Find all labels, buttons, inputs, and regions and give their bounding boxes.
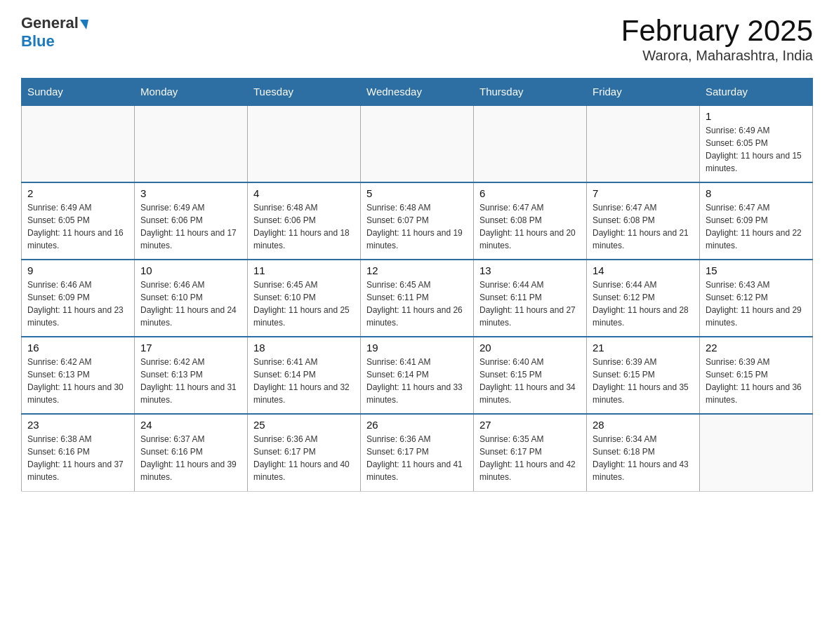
header-saturday: Saturday: [700, 79, 813, 106]
calendar-cell: 25Sunrise: 6:36 AMSunset: 6:17 PMDayligh…: [248, 414, 361, 491]
day-info: Sunrise: 6:48 AMSunset: 6:07 PMDaylight:…: [366, 201, 468, 252]
calendar-cell: 7Sunrise: 6:47 AMSunset: 6:08 PMDaylight…: [587, 182, 700, 260]
day-info: Sunrise: 6:47 AMSunset: 6:08 PMDaylight:…: [479, 201, 581, 252]
calendar-body: 1Sunrise: 6:49 AMSunset: 6:05 PMDaylight…: [22, 105, 813, 491]
day-info: Sunrise: 6:45 AMSunset: 6:11 PMDaylight:…: [366, 279, 468, 329]
calendar-cell: [22, 105, 135, 182]
day-number: 4: [253, 187, 355, 199]
day-number: 15: [706, 264, 807, 276]
day-info: Sunrise: 6:40 AMSunset: 6:15 PMDaylight:…: [479, 356, 581, 406]
calendar-cell: 4Sunrise: 6:48 AMSunset: 6:06 PMDaylight…: [248, 182, 361, 260]
logo-blue: Blue: [21, 32, 55, 51]
calendar-cell: 10Sunrise: 6:46 AMSunset: 6:10 PMDayligh…: [135, 260, 248, 337]
calendar-cell: 26Sunrise: 6:36 AMSunset: 6:17 PMDayligh…: [361, 414, 474, 491]
month-title: February 2025: [621, 14, 813, 48]
day-number: 11: [253, 264, 355, 276]
calendar-cell: 22Sunrise: 6:39 AMSunset: 6:15 PMDayligh…: [700, 337, 813, 414]
title-section: February 2025 Warora, Maharashtra, India: [621, 14, 813, 64]
calendar-week-row: 23Sunrise: 6:38 AMSunset: 6:16 PMDayligh…: [22, 414, 813, 491]
day-number: 16: [27, 342, 128, 354]
calendar-cell: 24Sunrise: 6:37 AMSunset: 6:16 PMDayligh…: [135, 414, 248, 491]
header-row: Sunday Monday Tuesday Wednesday Thursday…: [22, 79, 813, 106]
header-sunday: Sunday: [22, 79, 135, 106]
calendar-cell: 20Sunrise: 6:40 AMSunset: 6:15 PMDayligh…: [474, 337, 587, 414]
day-number: 3: [140, 187, 241, 199]
page-header: General Blue February 2025 Warora, Mahar…: [21, 14, 813, 64]
calendar-cell: [587, 105, 700, 182]
day-number: 1: [706, 110, 807, 122]
day-info: Sunrise: 6:46 AMSunset: 6:10 PMDaylight:…: [140, 279, 241, 329]
calendar-cell: 19Sunrise: 6:41 AMSunset: 6:14 PMDayligh…: [361, 337, 474, 414]
day-info: Sunrise: 6:43 AMSunset: 6:12 PMDaylight:…: [706, 279, 807, 329]
day-number: 28: [593, 419, 694, 431]
day-info: Sunrise: 6:41 AMSunset: 6:14 PMDaylight:…: [366, 356, 468, 406]
location: Warora, Maharashtra, India: [621, 48, 813, 64]
day-number: 14: [593, 264, 694, 276]
day-number: 20: [479, 342, 581, 354]
calendar-cell: [474, 105, 587, 182]
logo-arrow-icon: [80, 20, 88, 29]
day-number: 27: [479, 419, 581, 431]
day-info: Sunrise: 6:36 AMSunset: 6:17 PMDaylight:…: [366, 433, 468, 483]
day-number: 7: [593, 187, 694, 199]
day-number: 18: [253, 342, 355, 354]
day-number: 25: [253, 419, 355, 431]
calendar-week-row: 2Sunrise: 6:49 AMSunset: 6:05 PMDaylight…: [22, 182, 813, 260]
calendar-cell: 27Sunrise: 6:35 AMSunset: 6:17 PMDayligh…: [474, 414, 587, 491]
calendar-cell: 15Sunrise: 6:43 AMSunset: 6:12 PMDayligh…: [700, 260, 813, 337]
day-info: Sunrise: 6:36 AMSunset: 6:17 PMDaylight:…: [253, 433, 355, 483]
day-number: 17: [140, 342, 241, 354]
day-info: Sunrise: 6:49 AMSunset: 6:06 PMDaylight:…: [140, 201, 241, 252]
calendar-cell: 13Sunrise: 6:44 AMSunset: 6:11 PMDayligh…: [474, 260, 587, 337]
day-number: 23: [27, 419, 128, 431]
day-info: Sunrise: 6:49 AMSunset: 6:05 PMDaylight:…: [27, 201, 128, 252]
day-number: 2: [27, 187, 128, 199]
header-thursday: Thursday: [474, 79, 587, 106]
calendar-cell: [248, 105, 361, 182]
day-info: Sunrise: 6:47 AMSunset: 6:08 PMDaylight:…: [593, 201, 694, 252]
day-info: Sunrise: 6:45 AMSunset: 6:10 PMDaylight:…: [253, 279, 355, 329]
day-info: Sunrise: 6:39 AMSunset: 6:15 PMDaylight:…: [706, 356, 807, 406]
calendar-cell: 21Sunrise: 6:39 AMSunset: 6:15 PMDayligh…: [587, 337, 700, 414]
calendar-cell: 28Sunrise: 6:34 AMSunset: 6:18 PMDayligh…: [587, 414, 700, 491]
calendar-week-row: 9Sunrise: 6:46 AMSunset: 6:09 PMDaylight…: [22, 260, 813, 337]
logo-general: General: [21, 14, 79, 32]
calendar-week-row: 16Sunrise: 6:42 AMSunset: 6:13 PMDayligh…: [22, 337, 813, 414]
day-info: Sunrise: 6:46 AMSunset: 6:09 PMDaylight:…: [27, 279, 128, 329]
day-info: Sunrise: 6:35 AMSunset: 6:17 PMDaylight:…: [479, 433, 581, 483]
calendar-cell: 14Sunrise: 6:44 AMSunset: 6:12 PMDayligh…: [587, 260, 700, 337]
calendar-cell: [700, 414, 813, 491]
day-info: Sunrise: 6:38 AMSunset: 6:16 PMDaylight:…: [27, 433, 128, 483]
calendar-cell: 2Sunrise: 6:49 AMSunset: 6:05 PMDaylight…: [22, 182, 135, 260]
day-info: Sunrise: 6:34 AMSunset: 6:18 PMDaylight:…: [593, 433, 694, 483]
logo: General Blue: [21, 14, 88, 51]
day-number: 9: [27, 264, 128, 276]
calendar-cell: 11Sunrise: 6:45 AMSunset: 6:10 PMDayligh…: [248, 260, 361, 337]
day-number: 5: [366, 187, 468, 199]
calendar-cell: 8Sunrise: 6:47 AMSunset: 6:09 PMDaylight…: [700, 182, 813, 260]
day-info: Sunrise: 6:44 AMSunset: 6:11 PMDaylight:…: [479, 279, 581, 329]
day-info: Sunrise: 6:42 AMSunset: 6:13 PMDaylight:…: [140, 356, 241, 406]
calendar-cell: 5Sunrise: 6:48 AMSunset: 6:07 PMDaylight…: [361, 182, 474, 260]
calendar-cell: 17Sunrise: 6:42 AMSunset: 6:13 PMDayligh…: [135, 337, 248, 414]
header-tuesday: Tuesday: [248, 79, 361, 106]
calendar-cell: 3Sunrise: 6:49 AMSunset: 6:06 PMDaylight…: [135, 182, 248, 260]
calendar-cell: 6Sunrise: 6:47 AMSunset: 6:08 PMDaylight…: [474, 182, 587, 260]
day-number: 13: [479, 264, 581, 276]
day-info: Sunrise: 6:49 AMSunset: 6:05 PMDaylight:…: [706, 124, 807, 175]
calendar-cell: 9Sunrise: 6:46 AMSunset: 6:09 PMDaylight…: [22, 260, 135, 337]
calendar-cell: 18Sunrise: 6:41 AMSunset: 6:14 PMDayligh…: [248, 337, 361, 414]
day-number: 19: [366, 342, 468, 354]
day-number: 21: [593, 342, 694, 354]
calendar-header: Sunday Monday Tuesday Wednesday Thursday…: [22, 79, 813, 106]
day-info: Sunrise: 6:48 AMSunset: 6:06 PMDaylight:…: [253, 201, 355, 252]
calendar-cell: [361, 105, 474, 182]
calendar-week-row: 1Sunrise: 6:49 AMSunset: 6:05 PMDaylight…: [22, 105, 813, 182]
calendar-cell: [135, 105, 248, 182]
day-info: Sunrise: 6:37 AMSunset: 6:16 PMDaylight:…: [140, 433, 241, 483]
day-number: 24: [140, 419, 241, 431]
day-info: Sunrise: 6:44 AMSunset: 6:12 PMDaylight:…: [593, 279, 694, 329]
day-number: 12: [366, 264, 468, 276]
day-info: Sunrise: 6:47 AMSunset: 6:09 PMDaylight:…: [706, 201, 807, 252]
day-info: Sunrise: 6:41 AMSunset: 6:14 PMDaylight:…: [253, 356, 355, 406]
